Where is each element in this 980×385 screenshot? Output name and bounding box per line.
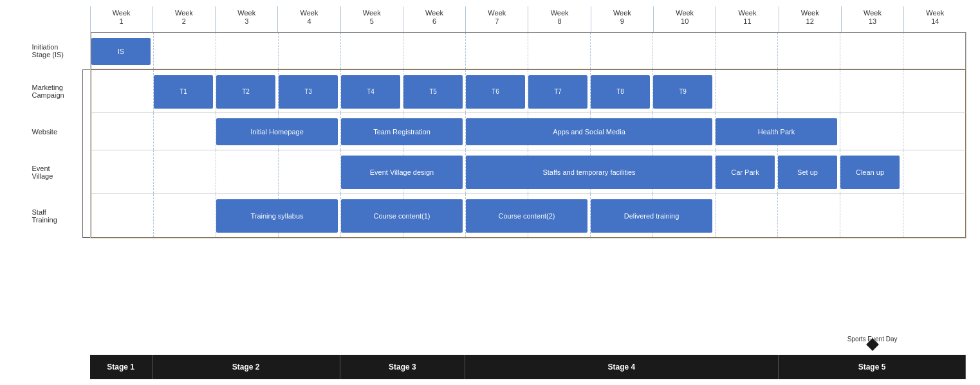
cell-is-w11 <box>715 33 777 69</box>
workstreams-label <box>14 109 27 289</box>
bar-st-training-syllabus: Training syllabus <box>216 199 338 233</box>
cell-st-w1 <box>91 194 153 237</box>
row-label-ev: EventVillage <box>32 150 90 194</box>
row-label-st: StaffTraining <box>32 194 90 238</box>
cell-st-w14 <box>903 194 965 237</box>
gantt-row-web: Initial HomepageTeam RegistrationApps an… <box>91 113 966 150</box>
cell-is-w7 <box>465 33 528 69</box>
cell-is-w10 <box>652 33 715 69</box>
group-bracket <box>82 69 90 238</box>
gantt-row-st: Training syllabusCourse content(1)Course… <box>91 194 966 238</box>
cell-web-w1 <box>91 113 153 150</box>
week-header-14: Week14 <box>903 6 966 32</box>
sports-event-row: Sports Event Day <box>90 334 966 355</box>
gantt-grid: IST1T2T3T4T5T6T7T8T9Initial HomepageTeam… <box>90 32 966 238</box>
cell-is-w3 <box>216 33 278 69</box>
bar-mc-t7: T7 <box>528 75 588 109</box>
cell-mc-w14 <box>903 70 965 112</box>
row-label-web: Website <box>32 113 90 150</box>
gantt-row-is: IS <box>91 32 966 69</box>
row-labels: InitiationStage (IS)MarketingCampaignWeb… <box>32 32 90 334</box>
week-header-12: Week12 <box>779 6 841 32</box>
bar-web-team-registration: Team Registration <box>341 118 463 145</box>
bar-mc-t5: T5 <box>403 75 463 109</box>
cell-ev-w14 <box>903 150 965 193</box>
stage-3: Stage 3 <box>340 355 466 379</box>
cell-is-w14 <box>903 33 965 69</box>
bar-mc-t6: T6 <box>466 75 526 109</box>
bar-mc-t3: T3 <box>279 75 338 109</box>
cell-mc-w1 <box>91 70 153 112</box>
week-header-6: Week6 <box>403 6 465 32</box>
row-label-mc: MarketingCampaign <box>32 69 90 113</box>
main-area: Week1Week2Week3Week4Week5Week6Week7Week8… <box>32 6 966 379</box>
week-header-10: Week10 <box>653 6 716 32</box>
cell-is-w5 <box>340 33 403 69</box>
cell-is-w13 <box>840 33 902 69</box>
cell-web-w14 <box>903 113 965 150</box>
week-header-9: Week9 <box>591 6 653 32</box>
bar-mc-t8: T8 <box>591 75 651 109</box>
week-header-5: Week5 <box>340 6 403 32</box>
cell-is-w8 <box>528 33 590 69</box>
cell-is-w9 <box>590 33 652 69</box>
week-header-8: Week8 <box>528 6 590 32</box>
week-header-2: Week2 <box>153 6 215 32</box>
cell-web-w13 <box>840 113 902 150</box>
gantt-row-mc: T1T2T3T4T5T6T7T8T9 <box>91 69 966 113</box>
week-header-11: Week11 <box>716 6 778 32</box>
cell-mc-w12 <box>777 70 840 112</box>
week-header-7: Week7 <box>465 6 528 32</box>
week-header-row: Week1Week2Week3Week4Week5Week6Week7Week8… <box>90 6 966 32</box>
stages-row: Stage 1Stage 2Stage 3Stage 4Stage 5 <box>90 355 966 379</box>
stage-5: Stage 5 <box>779 355 966 379</box>
content-area: InitiationStage (IS)MarketingCampaignWeb… <box>32 32 966 334</box>
week-header-3: Week3 <box>215 6 277 32</box>
stage-2: Stage 2 <box>153 355 340 379</box>
bar-st-course-content(1): Course content(1) <box>341 199 463 233</box>
cell-mc-w11 <box>715 70 777 112</box>
gantt-chart: Week1Week2Week3Week4Week5Week6Week7Week8… <box>14 6 966 379</box>
cell-st-w11 <box>715 194 777 237</box>
bar-ev-clean-up: Clean up <box>840 156 900 189</box>
cell-mc-w13 <box>840 70 902 112</box>
cell-ev-w2 <box>153 150 216 193</box>
cell-is-w4 <box>278 33 340 69</box>
cell-web-w2 <box>153 113 216 150</box>
bar-is-is: IS <box>91 38 151 65</box>
bar-st-delivered-training: Delivered training <box>591 199 713 233</box>
cell-st-w13 <box>840 194 902 237</box>
cell-ev-w1 <box>91 150 153 193</box>
cell-ev-w3 <box>216 150 278 193</box>
gantt-grid-wrapper: IST1T2T3T4T5T6T7T8T9Initial HomepageTeam… <box>90 32 966 334</box>
week-header-13: Week13 <box>841 6 903 32</box>
bar-ev-car-park: Car Park <box>716 156 775 189</box>
bar-mc-t1: T1 <box>154 75 214 109</box>
cell-st-w12 <box>777 194 840 237</box>
row-label-is: InitiationStage (IS) <box>32 32 90 69</box>
bar-web-initial-homepage: Initial Homepage <box>216 118 338 145</box>
cell-is-w12 <box>777 33 840 69</box>
bar-ev-staffs-and-temporary-facilities: Staffs and temporary facilities <box>466 156 713 189</box>
week-header-1: Week1 <box>90 6 153 32</box>
bar-web-health-park: Health Park <box>716 118 838 145</box>
stage-1: Stage 1 <box>90 355 153 379</box>
gantt-row-ev: Event Village designStaffs and temporary… <box>91 150 966 194</box>
cell-is-w2 <box>153 33 216 69</box>
bar-mc-t9: T9 <box>653 75 713 109</box>
bar-web-apps-and-social-media: Apps and Social Media <box>466 118 713 145</box>
bar-mc-t2: T2 <box>216 75 276 109</box>
bar-ev-event-village-design: Event Village design <box>341 156 463 189</box>
cell-is-w6 <box>403 33 465 69</box>
cell-st-w2 <box>153 194 216 237</box>
bar-mc-t4: T4 <box>341 75 401 109</box>
bar-ev-set-up: Set up <box>778 156 838 189</box>
cell-ev-w4 <box>278 150 340 193</box>
week-header-4: Week4 <box>277 6 340 32</box>
stage-4: Stage 4 <box>465 355 778 379</box>
bar-st-course-content(2): Course content(2) <box>466 199 588 233</box>
